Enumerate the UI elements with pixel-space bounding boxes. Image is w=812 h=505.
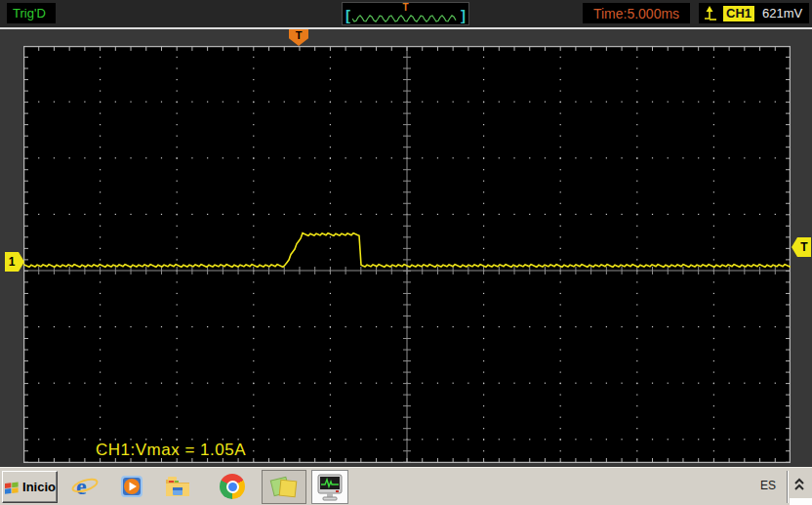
start-button[interactable]: Inicio	[2, 471, 58, 503]
oscilloscope-app-icon	[315, 473, 345, 502]
show-hidden-icons-chevron-icon[interactable]	[792, 477, 807, 492]
quicklaunch-media-player[interactable]	[118, 473, 145, 500]
rising-edge-trigger-icon	[704, 5, 718, 21]
language-indicator[interactable]: ES	[760, 479, 776, 492]
channel1-ground-marker[interactable]: 1	[5, 252, 24, 272]
svg-text:e: e	[76, 474, 87, 499]
trigger-status-box: Trig'D	[7, 3, 56, 23]
status-bar: Trig'D T [ ] Time:5.000ms CH1 621mV	[0, 0, 812, 27]
quicklaunch-internet-explorer[interactable]: e	[71, 473, 99, 500]
channel1-marker-label: 1	[9, 255, 16, 269]
internet-explorer-icon: e	[71, 473, 99, 500]
scope-display-area: T 1 T CH1:Vmax = 1.05A	[0, 29, 812, 467]
taskbar-button-oscilloscope[interactable]	[311, 470, 348, 504]
acquisition-preview-box: T [ ]	[342, 2, 469, 25]
media-player-icon	[118, 473, 145, 500]
windows-taskbar: Inicio e	[0, 467, 812, 505]
taskbar-button-sticky-notes[interactable]	[262, 470, 306, 504]
oscilloscope-app-window: Trig'D T [ ] Time:5.000ms CH1 621mV T	[0, 0, 812, 505]
preview-window-left-bracket: [	[345, 7, 350, 23]
preview-waveform-icon	[352, 5, 460, 26]
trigger-status-label: Trig'D	[13, 6, 46, 21]
quicklaunch-file-explorer[interactable]	[164, 473, 191, 500]
preview-window-right-bracket: ]	[461, 7, 466, 23]
timebase-label: Time:5.000ms	[593, 6, 679, 21]
timebase-box: Time:5.000ms	[583, 3, 690, 23]
file-explorer-icon	[164, 473, 191, 500]
trigger-position-marker-label: T	[296, 29, 303, 41]
trigger-level-marker[interactable]: T	[792, 237, 811, 257]
trigger-channel-box: CH1 621mV	[699, 3, 809, 23]
trigger-position-marker[interactable]: T	[289, 29, 308, 46]
tray-separator	[787, 471, 789, 503]
graticule-screen	[23, 46, 791, 463]
measurement-readout: CH1:Vmax = 1.05A	[96, 441, 246, 460]
channel-badge: CH1	[723, 6, 754, 21]
chrome-icon	[220, 474, 245, 499]
quicklaunch-chrome[interactable]	[219, 473, 246, 500]
trigger-level-marker-label: T	[800, 240, 807, 254]
windows-logo-icon	[4, 481, 20, 494]
tray-flyout-edge	[790, 498, 812, 505]
trigger-level-value: 621mV	[762, 6, 802, 21]
start-button-label: Inicio	[22, 480, 56, 494]
sticky-notes-icon	[269, 474, 299, 501]
